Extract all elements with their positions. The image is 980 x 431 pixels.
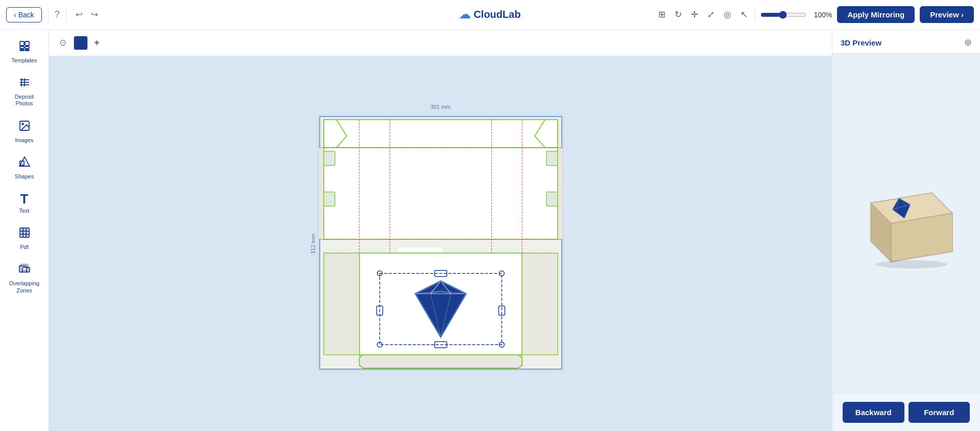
svg-rect-23: [26, 234, 29, 237]
forward-button[interactable]: Forward: [909, 402, 970, 423]
pdf-label: Pdf: [20, 244, 29, 251]
sidebar: Templates Deposit Photos: [0, 30, 49, 431]
sidebar-item-shapes[interactable]: Shapes: [3, 151, 46, 185]
sidebar-item-text[interactable]: T Text: [3, 187, 46, 219]
cursor-icon[interactable]: ↖: [738, 7, 750, 22]
shapes-label: Shapes: [15, 173, 34, 180]
refresh-icon[interactable]: ↻: [673, 7, 684, 22]
svg-rect-2: [20, 47, 24, 49]
back-button[interactable]: ‹ Back: [6, 7, 42, 22]
zoom-percentage: 100%: [810, 11, 832, 19]
svg-point-12: [22, 123, 23, 125]
svg-rect-5: [25, 50, 29, 51]
svg-rect-0: [20, 41, 24, 46]
images-icon: [18, 120, 31, 135]
back-chevron-icon: ‹: [14, 11, 16, 19]
pdf-icon: [18, 226, 31, 242]
svg-rect-28: [323, 120, 557, 148]
svg-rect-1: [25, 41, 29, 46]
sidebar-item-deposit-photos[interactable]: Deposit Photos: [3, 71, 46, 112]
logo: ☁ CloudLab: [459, 8, 520, 21]
right-tools: ⊞ ↻ ✛ ⤢ ◎ ↖ 100% Apply Mirroring Preview…: [656, 6, 974, 23]
sidebar-item-overlapping-zones[interactable]: Overlapping Zones: [3, 258, 46, 299]
overlapping-zones-icon: [18, 263, 31, 278]
text-icon: T: [20, 192, 29, 206]
panel-zoom-icon[interactable]: ⊕: [964, 37, 972, 48]
panel-title: 3D Preview: [841, 38, 881, 47]
deposit-photos-label: Deposit Photos: [7, 94, 42, 107]
topbar-divider2: [66, 8, 66, 22]
dieline-svg: ⧉ 🗑 ⧉: [318, 115, 563, 371]
zoom-slider[interactable]: [760, 11, 806, 19]
link-icon[interactable]: ⊙: [57, 35, 68, 50]
svg-rect-4: [20, 50, 24, 51]
svg-point-79: [876, 260, 947, 268]
sidebar-item-templates[interactable]: Templates: [3, 35, 46, 69]
images-label: Images: [15, 137, 33, 144]
grid-icon[interactable]: ⊞: [656, 7, 667, 22]
dieline-wrapper: 301 mm 312 mm: [318, 115, 563, 373]
tool-divider: [755, 9, 755, 20]
panel-buttons: Backward Forward: [832, 393, 980, 431]
dim-width-label: 301 mm: [431, 104, 451, 110]
help-icon[interactable]: ?: [55, 9, 60, 20]
svg-rect-25: [22, 267, 30, 272]
topbar: ‹ Back ? ↩ ↪ ☁ CloudLab ⊞ ↻ ✛ ⤢ ◎ ↖ 100%…: [0, 0, 980, 30]
color-swatch[interactable]: [74, 36, 88, 50]
undo-redo-group: ↩ ↪: [73, 7, 101, 22]
back-label: Back: [18, 11, 34, 19]
svg-rect-48: [359, 355, 522, 368]
svg-rect-33: [546, 192, 558, 206]
palette-icon[interactable]: ◎: [722, 7, 733, 22]
svg-rect-3: [25, 47, 29, 49]
main-layout: Templates Deposit Photos: [0, 30, 980, 431]
undo-button[interactable]: ↩: [73, 7, 86, 22]
secondary-toolbar: ⊙ ✦: [49, 30, 832, 56]
move-icon[interactable]: ✛: [689, 7, 700, 22]
svg-rect-21: [20, 234, 23, 237]
fullscreen-icon[interactable]: ⤢: [705, 7, 716, 22]
zoom-slider-group: 100%: [760, 11, 832, 19]
sidebar-item-images[interactable]: Images: [3, 115, 46, 149]
text-label: Text: [19, 208, 29, 214]
sparkle-icon[interactable]: ✦: [93, 37, 101, 49]
svg-rect-32: [546, 151, 558, 165]
canvas-area[interactable]: ⊙ ✦ 301 mm 312 mm: [49, 30, 832, 431]
svg-rect-24: [19, 266, 27, 272]
design-canvas: 301 mm 312 mm: [49, 56, 832, 431]
logo-text: CloudLab: [473, 9, 520, 20]
templates-icon: [18, 40, 31, 55]
logo-cloud-icon: ☁: [459, 8, 470, 21]
backward-button[interactable]: Backward: [843, 402, 904, 423]
overlapping-zones-label: Overlapping Zones: [7, 280, 42, 293]
preview-3d-area: [832, 54, 980, 393]
deposit-photos-icon: [18, 76, 31, 92]
templates-label: Templates: [11, 57, 37, 64]
sidebar-item-pdf[interactable]: Pdf: [3, 221, 46, 256]
svg-rect-29: [323, 147, 557, 239]
svg-rect-30: [323, 151, 334, 165]
panel-header: 3D Preview ⊕: [832, 30, 980, 54]
dim-height-label: 312 mm: [309, 234, 316, 254]
apply-mirroring-button[interactable]: Apply Mirroring: [837, 6, 915, 23]
svg-rect-31: [323, 192, 334, 206]
shapes-icon: [18, 156, 31, 171]
3d-preview-svg: [850, 177, 963, 269]
preview-button[interactable]: Preview ›: [920, 6, 974, 23]
redo-button[interactable]: ↪: [88, 7, 101, 22]
svg-rect-22: [23, 234, 26, 237]
right-panel: 3D Preview ⊕: [832, 30, 980, 431]
topbar-divider1: [48, 8, 49, 22]
